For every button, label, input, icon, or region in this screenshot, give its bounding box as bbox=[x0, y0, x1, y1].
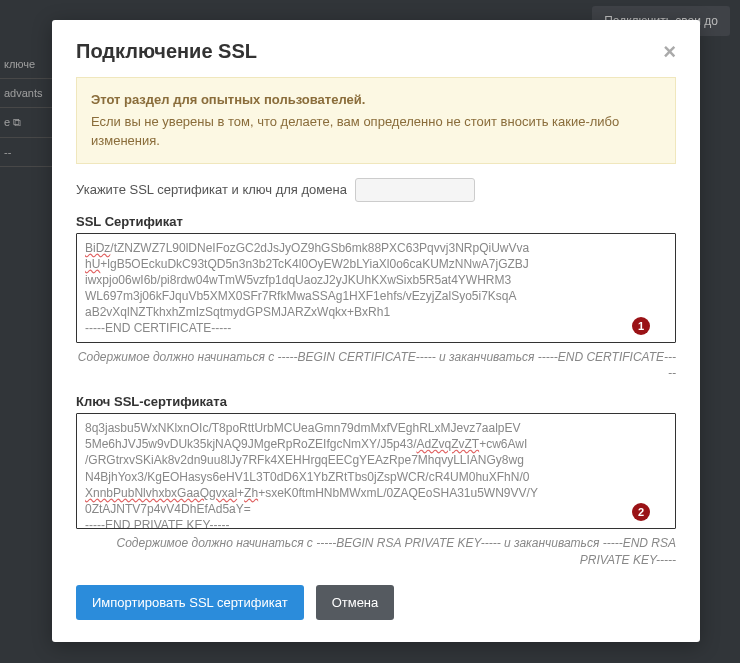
ssl-cert-textarea[interactable]: BiDz/tZNZWZ7L90lDNeIFozGC2dJsJyOZ9hGSb6m… bbox=[76, 233, 676, 343]
badge-1: 1 bbox=[632, 317, 650, 335]
warning-title: Этот раздел для опытных пользователей. bbox=[91, 90, 661, 110]
domain-row: Укажите SSL сертификат и ключ для домена bbox=[76, 178, 676, 202]
modal-header: Подключение SSL × bbox=[76, 40, 676, 63]
cancel-button[interactable]: Отмена bbox=[316, 585, 395, 620]
warning-body: Если вы не уверены в том, что делаете, в… bbox=[91, 114, 619, 149]
ssl-modal: Подключение SSL × Этот раздел для опытны… bbox=[52, 20, 700, 642]
key-hint: Содержимое должно начинаться с -----BEGI… bbox=[76, 535, 676, 569]
cert-text: +lgB5OEckuDkC93tQD5n3n3b2TcK4l0OyEW2bLYi… bbox=[85, 257, 529, 336]
import-button[interactable]: Импортировать SSL сертификат bbox=[76, 585, 304, 620]
key-label: Ключ SSL-сертификата bbox=[76, 394, 676, 409]
key-underline: AdZvqZvZT bbox=[416, 437, 479, 451]
cert-text: /tZNZWZ7L90lDNeIFozGC2dJsJyOZ9hGSb6mk88P… bbox=[110, 241, 529, 255]
domain-label: Укажите SSL сертификат и ключ для домена bbox=[76, 182, 347, 197]
cert-hint: Содержимое должно начинаться с -----BEGI… bbox=[76, 349, 676, 383]
badge-2: 2 bbox=[632, 503, 650, 521]
modal-title: Подключение SSL bbox=[76, 40, 257, 63]
ssl-key-textarea[interactable]: 8q3jasbu5WxNKlxnOIc/T8poRttUrbMCUeaGmn79… bbox=[76, 413, 676, 529]
key-underline: XnnbPubNlvhxbxGaaQgvxal bbox=[85, 486, 237, 500]
key-underline: Zh bbox=[244, 486, 258, 500]
warning-alert: Этот раздел для опытных пользователей. Е… bbox=[76, 77, 676, 164]
modal-footer: Импортировать SSL сертификат Отмена bbox=[76, 585, 676, 620]
domain-input[interactable] bbox=[355, 178, 475, 202]
cert-area-wrap: BiDz/tZNZWZ7L90lDNeIFozGC2dJsJyOZ9hGSb6m… bbox=[76, 233, 676, 343]
cert-underline: hU bbox=[85, 257, 100, 271]
key-area-wrap: 8q3jasbu5WxNKlxnOIc/T8poRttUrbMCUeaGmn79… bbox=[76, 413, 676, 529]
cert-underline: BiDz bbox=[85, 241, 110, 255]
cert-label: SSL Сертификат bbox=[76, 214, 676, 229]
close-icon[interactable]: × bbox=[663, 41, 676, 63]
